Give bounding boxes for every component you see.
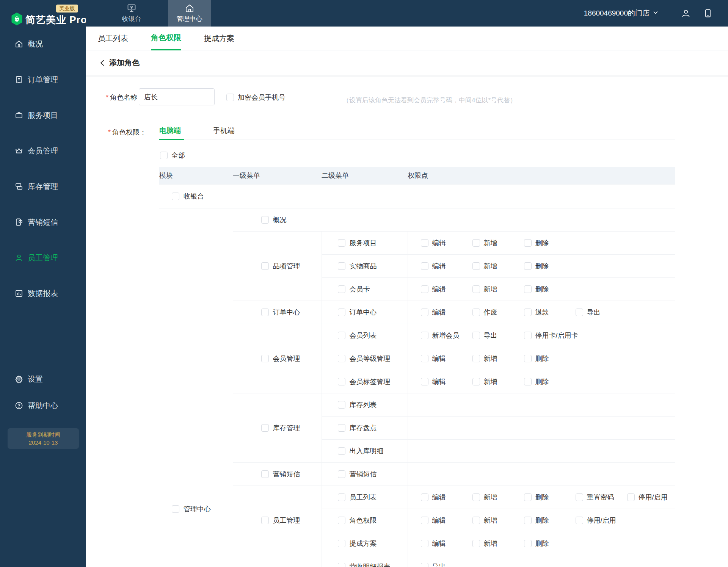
cb-perm[interactable] — [524, 540, 532, 547]
cb-module-management[interactable] — [172, 505, 179, 513]
back-row: 添加角色 — [86, 50, 728, 75]
cb-perm[interactable] — [421, 378, 428, 385]
cb-perm[interactable] — [421, 517, 428, 524]
cb-module-cashier[interactable] — [172, 193, 179, 200]
cb-perm[interactable] — [421, 355, 428, 362]
perm-label: 新增 — [484, 516, 497, 525]
cb-perm[interactable] — [627, 493, 635, 501]
cb-perm[interactable] — [524, 309, 532, 316]
cb-submenu[interactable] — [338, 517, 345, 524]
cb-perm[interactable] — [524, 493, 532, 501]
cb-perm[interactable] — [421, 332, 428, 339]
cb-submenu[interactable] — [338, 470, 345, 478]
cb-menu-overview[interactable] — [261, 216, 269, 224]
sidebar-item-orders[interactable]: 订单管理 — [0, 73, 86, 86]
cb-submenu[interactable] — [338, 309, 345, 316]
cb-submenu[interactable] — [338, 540, 345, 547]
menu2-label: 提成方案 — [350, 539, 377, 548]
cb-submenu[interactable] — [338, 424, 345, 432]
page-title: 添加角色 — [109, 58, 140, 68]
cb-perm[interactable] — [524, 517, 532, 524]
cb-perm[interactable] — [472, 262, 480, 270]
back-chevron-icon[interactable] — [98, 58, 107, 67]
cb-perm[interactable] — [472, 378, 480, 385]
cb-menu-order-center[interactable] — [261, 309, 269, 316]
sidebar-item-settings[interactable]: 设置 — [0, 373, 86, 385]
cb-perm[interactable] — [524, 378, 532, 385]
cb-perm[interactable] — [472, 493, 480, 501]
cb-submenu[interactable] — [338, 239, 345, 247]
cb-perm[interactable] — [421, 262, 428, 270]
table-row: 会员管理 会员列表 新增会员 导出 停用卡/启用卡 — [159, 324, 675, 347]
cb-submenu[interactable] — [338, 563, 345, 567]
sidebar-item-inventory[interactable]: 库存管理 — [0, 180, 86, 193]
cb-perm[interactable] — [421, 563, 428, 567]
cb-submenu[interactable] — [338, 285, 345, 293]
menu2-label: 实物商品 — [350, 262, 377, 271]
cb-submenu[interactable] — [338, 493, 345, 501]
perm-label: 停用/启用 — [639, 493, 668, 502]
mobile-device-icon[interactable] — [703, 8, 713, 18]
select-all-option: 全部 — [160, 151, 185, 160]
cb-perm[interactable] — [576, 517, 583, 524]
cb-perm[interactable] — [524, 355, 532, 362]
menu2-label: 服务项目 — [350, 238, 377, 247]
encrypt-phone-checkbox[interactable] — [226, 94, 234, 101]
sidebar-item-sms[interactable]: 营销短信 — [0, 216, 86, 229]
cb-perm[interactable] — [472, 309, 480, 316]
cb-perm[interactable] — [472, 540, 480, 547]
cb-perm[interactable] — [524, 332, 532, 339]
cb-perm[interactable] — [472, 285, 480, 293]
sidebar-item-overview[interactable]: 概况 — [0, 38, 86, 50]
sidebar-item-members[interactable]: 会员管理 — [0, 144, 86, 157]
tab-staff-list[interactable]: 员工列表 — [98, 27, 128, 50]
topbar: 收银台 管理中心 18600469000的门店 — [86, 0, 728, 27]
tab-commission-plan[interactable]: 提成方案 — [204, 27, 234, 50]
store-switcher[interactable]: 18600469000的门店 — [584, 0, 659, 27]
cb-perm[interactable] — [524, 262, 532, 270]
cb-perm[interactable] — [421, 540, 428, 547]
cb-submenu[interactable] — [338, 401, 345, 409]
top-tab-management[interactable]: 管理中心 — [168, 0, 211, 27]
sidebar-item-label: 订单管理 — [28, 75, 58, 85]
cb-menu-stock-mgmt[interactable] — [261, 424, 269, 432]
top-tab-label: 管理中心 — [177, 14, 202, 23]
sidebar-item-reports[interactable]: 数据报表 — [0, 287, 86, 300]
cb-perm[interactable] — [524, 239, 532, 247]
cb-perm[interactable] — [472, 239, 480, 247]
cb-perm[interactable] — [421, 239, 428, 247]
sidebar-item-label: 概况 — [28, 39, 43, 49]
cb-perm[interactable] — [576, 493, 583, 501]
menu2-label: 会员等级管理 — [350, 354, 391, 363]
top-tab-cashier[interactable]: 收银台 — [110, 0, 153, 27]
cb-perm[interactable] — [472, 332, 480, 339]
sidebar-item-help[interactable]: 帮助中心 — [0, 399, 86, 412]
tab-device-mobile[interactable]: 手机端 — [213, 126, 235, 136]
sidebar-item-staff[interactable]: 员工管理 — [0, 251, 86, 264]
cb-submenu[interactable] — [338, 262, 345, 270]
sidebar-item-services[interactable]: 服务项目 — [0, 109, 86, 122]
cb-perm[interactable] — [472, 517, 480, 524]
cb-menu-staff-mgmt[interactable] — [261, 517, 269, 524]
role-name-input[interactable] — [139, 88, 215, 105]
cb-submenu[interactable] — [338, 378, 345, 385]
cb-submenu[interactable] — [338, 332, 345, 339]
menu1-label: 库存管理 — [273, 423, 300, 432]
cb-perm[interactable] — [576, 309, 583, 316]
cb-menu-member-mgmt[interactable] — [261, 355, 269, 362]
tab-role-permission[interactable]: 角色权限 — [151, 27, 181, 50]
cb-submenu[interactable] — [338, 355, 345, 362]
perm-label: 停用/启用 — [587, 516, 616, 525]
cb-perm[interactable] — [421, 285, 428, 293]
select-all-checkbox[interactable] — [160, 152, 168, 159]
cb-perm[interactable] — [472, 355, 480, 362]
cb-perm[interactable] — [421, 493, 428, 501]
cb-menu-sms[interactable] — [261, 470, 269, 478]
account-person-icon[interactable] — [681, 8, 691, 18]
cb-perm[interactable] — [524, 285, 532, 293]
cb-menu-items-mgmt[interactable] — [261, 262, 269, 270]
cb-submenu[interactable] — [338, 447, 345, 455]
cb-perm[interactable] — [421, 309, 428, 316]
tab-device-pc[interactable]: 电脑端 — [159, 126, 181, 136]
section-divider — [86, 75, 728, 77]
